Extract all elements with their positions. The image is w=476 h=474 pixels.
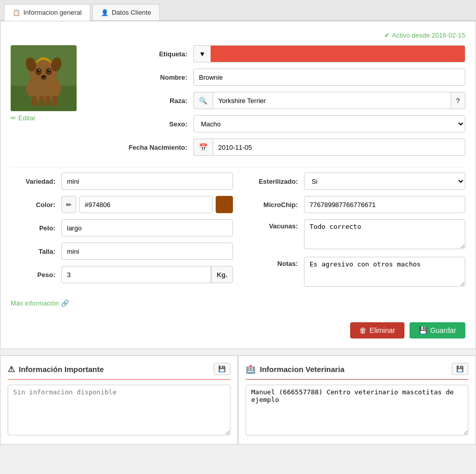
etiqueta-control: ▼: [193, 45, 465, 62]
trash-icon: 🗑: [359, 326, 366, 334]
color-row-inner: ✏: [61, 196, 233, 213]
svg-point-10: [41, 75, 46, 78]
panel-importante-save-btn[interactable]: 💾: [214, 363, 230, 375]
photo-col: ✏ Editar: [11, 45, 112, 162]
warning-icon: ⚠: [8, 364, 15, 374]
pelo-row: Pelo:: [11, 219, 233, 236]
client-icon: 👤: [101, 9, 109, 16]
microchip-label: MicroChip:: [243, 201, 304, 209]
peso-unit-label: Kg.: [211, 266, 233, 283]
main-card: ✔ Activo desde 2016-02-15: [0, 21, 476, 349]
talla-label: Talla:: [11, 248, 61, 255]
talla-row: Talla:: [11, 243, 233, 260]
microchip-input[interactable]: [304, 196, 465, 213]
nombre-row: Nombre:: [122, 69, 465, 86]
eliminar-button[interactable]: 🗑 Eliminar: [350, 322, 404, 338]
raza-label: Raza:: [122, 97, 193, 105]
color-control: ✏: [61, 196, 233, 213]
color-label: Color:: [11, 201, 61, 209]
peso-input[interactable]: [61, 266, 211, 283]
sexo-select[interactable]: Macho Hembra: [193, 115, 465, 132]
panel-veterinaria-title-text: Informacion Veterinaria: [260, 365, 345, 374]
etiqueta-dropdown-btn[interactable]: ▼: [193, 45, 211, 62]
date-control: 📅: [193, 139, 465, 156]
action-bar: 🗑 Eliminar 💾 Guardar: [11, 317, 465, 338]
info-icon: 📋: [13, 9, 20, 16]
raza-input[interactable]: [213, 92, 451, 109]
guardar-label: Guardar: [430, 326, 456, 334]
panel-importante-textarea[interactable]: [8, 385, 230, 435]
tab-bar: 📋 Informacion general 👤 Datos Cliente: [0, 0, 476, 21]
microchip-input-wrapper: [304, 196, 465, 213]
svg-point-6: [37, 69, 40, 72]
notas-row: Notas: Es agresivo con otros machos: [243, 257, 465, 288]
fecha-input-wrapper: 📅: [193, 139, 465, 156]
esterilizado-select[interactable]: Si No: [304, 173, 465, 190]
calendar-icon: 📅: [193, 139, 213, 156]
fecha-label: Fecha Nacimiento:: [122, 144, 193, 151]
color-row: Color: ✏: [11, 196, 233, 213]
fields-col: Etiqueta: ▼ Nombre:: [122, 45, 465, 162]
guardar-button[interactable]: 💾 Guardar: [410, 322, 465, 338]
bottom-panels: ⚠ Información Importante 💾 🏥 Informacion…: [0, 355, 476, 445]
variedad-input[interactable]: [61, 173, 233, 190]
svg-rect-13: [32, 96, 37, 106]
variedad-input-wrapper: [61, 173, 233, 190]
active-date-label: Activo desde 2016-02-15: [392, 31, 465, 39]
peso-row: Peso: Kg.: [11, 266, 233, 283]
vacunas-textarea[interactable]: Todo correcto: [304, 219, 465, 249]
pelo-label: Pelo:: [11, 224, 61, 232]
tab-info-general-label: Informacion general: [23, 9, 82, 16]
raza-input-wrapper: 🔍 ?: [193, 92, 465, 109]
etiqueta-label: Etiqueta:: [122, 50, 193, 58]
etiqueta-row: Etiqueta: ▼: [122, 45, 465, 62]
bottom-left: Variedad: Color: ✏: [11, 173, 233, 294]
notas-label: Notas:: [243, 257, 304, 267]
panel-importante-title: ⚠ Información Importante 💾: [8, 363, 230, 380]
raza-row: Raza: 🔍 ?: [122, 92, 465, 109]
variedad-row: Variedad:: [11, 173, 233, 190]
peso-control: Kg.: [61, 266, 233, 283]
pelo-input[interactable]: [61, 219, 233, 236]
tab-info-general[interactable]: 📋 Informacion general: [4, 4, 90, 21]
panel-veterinaria-save-btn[interactable]: 💾: [452, 363, 468, 375]
peso-input-wrapper: Kg.: [61, 266, 233, 283]
notas-textarea[interactable]: Es agresivo con otros machos: [304, 257, 465, 287]
svg-point-7: [47, 69, 50, 72]
talla-input[interactable]: [61, 243, 233, 260]
mas-info-label: Más información: [11, 299, 59, 307]
svg-point-8: [39, 70, 40, 71]
vet-icon: 🏥: [246, 364, 256, 374]
save-icon: 💾: [419, 326, 427, 334]
panel-importante: ⚠ Información Importante 💾: [0, 355, 238, 445]
edit-label: Editar: [18, 114, 36, 122]
peso-label: Peso:: [11, 271, 61, 279]
eliminar-label: Eliminar: [369, 326, 395, 334]
esterilizado-label: Esterilizado:: [243, 178, 304, 185]
bottom-right: Esterilizado: Si No MicroChip:: [243, 173, 465, 294]
variedad-label: Variedad:: [11, 178, 61, 185]
nombre-input[interactable]: [193, 69, 465, 86]
etiqueta-input-wrapper: ▼: [193, 45, 465, 62]
svg-point-9: [49, 70, 50, 71]
raza-search-btn[interactable]: 🔍: [193, 92, 213, 109]
edit-photo-link[interactable]: ✏ Editar: [11, 114, 112, 122]
fecha-input[interactable]: [213, 139, 465, 156]
panel-veterinaria-textarea[interactable]: Manuel (666557788) Centro veterinario ma…: [246, 385, 468, 435]
status-bar: ✔ Activo desde 2016-02-15: [11, 31, 465, 39]
svg-rect-16: [52, 96, 57, 106]
bottom-section: Variedad: Color: ✏: [11, 173, 465, 294]
color-edit-btn[interactable]: ✏: [61, 196, 76, 213]
color-hex-input[interactable]: [79, 196, 213, 213]
microchip-row: MicroChip:: [243, 196, 465, 213]
status-active: ✔ Activo desde 2016-02-15: [384, 31, 465, 39]
raza-help-btn[interactable]: ?: [451, 92, 465, 109]
nombre-label: Nombre:: [122, 74, 193, 81]
talla-input-wrapper: [61, 243, 233, 260]
tab-datos-cliente[interactable]: 👤 Datos Cliente: [92, 4, 160, 20]
mas-info-link[interactable]: Más información 🔗: [11, 299, 465, 307]
panel-veterinaria-title: 🏥 Informacion Veterinaria 💾: [246, 363, 468, 380]
vacunas-label: Vacunas:: [243, 219, 304, 230]
etiqueta-color-block: [211, 45, 465, 62]
pet-photo: [11, 45, 77, 111]
